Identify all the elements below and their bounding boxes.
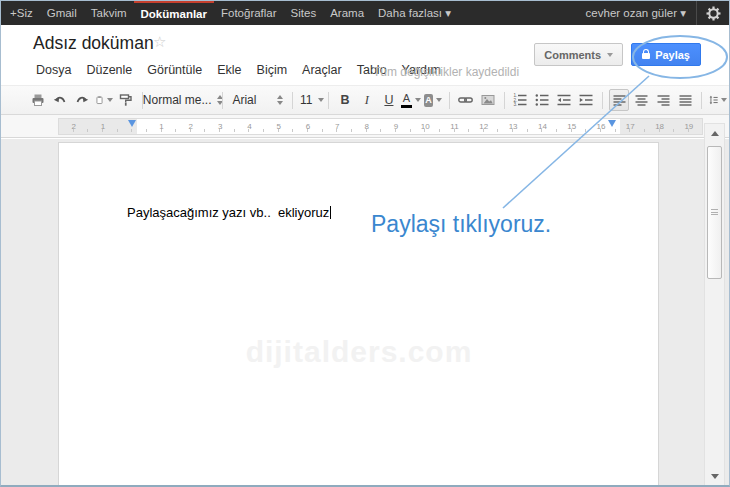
- insert-link-button[interactable]: [456, 89, 476, 111]
- outdent-icon: [557, 93, 571, 107]
- toolbar-separator: [449, 92, 450, 109]
- gear-icon: [706, 6, 721, 21]
- redo-button[interactable]: [72, 89, 92, 111]
- top-navigation-bar: +SizGmailTakvimDokümanlarFotoğraflarSite…: [1, 1, 729, 25]
- font-family-select[interactable]: Arial: [228, 89, 286, 111]
- scroll-down-button[interactable]: [705, 469, 724, 483]
- bold-button[interactable]: B: [335, 89, 355, 111]
- highlight-color-icon: A: [424, 94, 433, 107]
- settings-gear-button[interactable]: [697, 1, 729, 25]
- toolbar-separator: [222, 92, 223, 109]
- ruler-number: 3: [205, 119, 234, 134]
- document-title[interactable]: Adsız doküman: [33, 33, 154, 54]
- document-header: Adsız doküman ☆ DosyaDüzenleGörüntüleEkl…: [1, 25, 729, 85]
- comments-button[interactable]: Comments: [534, 43, 623, 66]
- paste-icon: [95, 93, 104, 107]
- editor-toolbar: Normal me... Arial 11 B I U A A: [1, 85, 729, 115]
- underline-button[interactable]: U: [379, 89, 399, 111]
- align-center-icon: [635, 94, 648, 107]
- text-color-button[interactable]: A: [401, 89, 421, 111]
- align-right-button[interactable]: [653, 89, 673, 111]
- align-left-button[interactable]: [609, 89, 629, 111]
- ruler-number: 6: [293, 119, 322, 134]
- topbar-right: cevher ozan güler ▾: [576, 1, 729, 25]
- indent-icon: [579, 93, 593, 107]
- menu-item[interactable]: Ekle: [214, 61, 244, 79]
- menu-item[interactable]: Biçim: [254, 61, 291, 79]
- menu-item[interactable]: Dosya: [33, 61, 74, 79]
- line-spacing-button[interactable]: [708, 89, 728, 111]
- updown-arrows-icon: [277, 95, 283, 105]
- italic-icon: I: [365, 94, 369, 107]
- paste-button[interactable]: [94, 89, 114, 111]
- ruler-number: 2: [59, 119, 88, 134]
- bulleted-list-button[interactable]: [532, 89, 552, 111]
- ruler-number: 15: [557, 119, 586, 134]
- highlight-color-button[interactable]: A: [423, 89, 443, 111]
- ruler-number: 2: [176, 119, 205, 134]
- save-status: Tüm değişiklikler kaydedildi: [373, 65, 519, 79]
- align-center-button[interactable]: [631, 89, 651, 111]
- topbar-nav-item[interactable]: Sites: [284, 1, 324, 25]
- topbar-nav-items: +SizGmailTakvimDokümanlarFotoğraflarSite…: [3, 1, 458, 25]
- numbered-list-button[interactable]: 1.2.3.: [510, 89, 530, 111]
- undo-button[interactable]: [50, 89, 70, 111]
- ruler-number: 5: [264, 119, 293, 134]
- paragraph-style-select[interactable]: Normal me...: [149, 89, 216, 111]
- ruler-number: 7: [323, 119, 352, 134]
- font-size-select[interactable]: 11: [299, 89, 322, 111]
- document-text[interactable]: Paylaşacağımız yazı vb.. ekliyoruz: [127, 205, 331, 220]
- star-icon[interactable]: ☆: [153, 33, 166, 51]
- document-page[interactable]: dijitalders.com Paylaşacağımız yazı vb..…: [58, 142, 659, 487]
- scrollbar-thumb[interactable]: [707, 146, 722, 279]
- line-spacing-icon: [709, 93, 718, 107]
- topbar-nav-item[interactable]: Dokümanlar: [134, 1, 214, 25]
- topbar-nav-item[interactable]: Gmail: [40, 1, 84, 25]
- account-menu[interactable]: cevher ozan güler ▾: [576, 6, 696, 20]
- topbar-nav-item[interactable]: Arama: [323, 1, 371, 25]
- ruler-number: 10: [411, 119, 440, 134]
- menu-item[interactable]: Düzenle: [83, 61, 135, 79]
- menu-item[interactable]: Araçlar: [299, 61, 345, 79]
- menu-item[interactable]: Görüntüle: [144, 61, 205, 79]
- ruler-number: 19: [674, 119, 703, 134]
- paragraph-style-value: Normal me...: [140, 93, 215, 107]
- toolbar-separator: [602, 92, 603, 109]
- italic-button[interactable]: I: [357, 89, 377, 111]
- annotation-text: Paylaşı tıklıyoruz.: [371, 211, 551, 238]
- ruler[interactable]: 2112345678910111213141516171819: [58, 118, 703, 135]
- chevron-down-icon: [318, 98, 324, 102]
- ruler-number: 1: [147, 119, 176, 134]
- ruler-number: 4: [235, 119, 264, 134]
- paint-format-button[interactable]: [116, 89, 136, 111]
- link-icon: [458, 93, 473, 107]
- ruler-number: 14: [528, 119, 557, 134]
- decrease-indent-button[interactable]: [554, 89, 574, 111]
- share-button[interactable]: Paylaş: [631, 43, 701, 66]
- insert-image-button[interactable]: [478, 89, 498, 111]
- chevron-down-icon: [107, 98, 113, 102]
- align-left-icon: [613, 94, 626, 107]
- image-icon: [481, 93, 495, 107]
- ruler-numbers: 2112345678910111213141516171819: [59, 119, 704, 134]
- document-text-content: Paylaşacağımız yazı vb.. ekliyoruz: [127, 205, 329, 220]
- right-indent-marker[interactable]: [608, 120, 616, 127]
- header-buttons: Comments Paylaş: [534, 43, 701, 66]
- topbar-nav-item[interactable]: +Siz: [3, 1, 40, 25]
- increase-indent-button[interactable]: [576, 89, 596, 111]
- scroll-up-button[interactable]: [705, 126, 724, 140]
- justify-button[interactable]: [675, 89, 695, 111]
- chevron-down-icon: [607, 53, 613, 57]
- topbar-nav-item[interactable]: Takvim: [84, 1, 134, 25]
- comments-button-label: Comments: [544, 49, 601, 61]
- paint-format-icon: [119, 93, 133, 107]
- redo-icon: [75, 93, 89, 107]
- topbar-nav-item[interactable]: Daha fazlası ▾: [371, 1, 458, 25]
- share-button-label: Paylaş: [655, 49, 690, 61]
- topbar-nav-item[interactable]: Fotoğraflar: [214, 1, 284, 25]
- print-button[interactable]: [28, 89, 48, 111]
- left-indent-marker[interactable]: [128, 120, 136, 127]
- font-family-value: Arial: [229, 93, 259, 107]
- vertical-scrollbar[interactable]: [704, 123, 725, 486]
- chevron-down-icon: [415, 98, 421, 102]
